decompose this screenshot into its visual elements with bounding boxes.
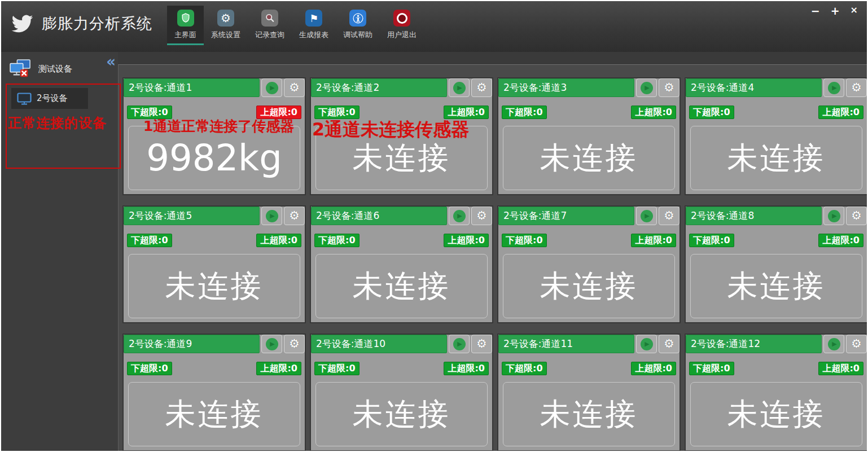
toolbar-item-main-view[interactable]: 主界面	[167, 6, 204, 45]
toolbar-label: 调试帮助	[343, 30, 372, 40]
play-icon: ▶	[453, 210, 466, 222]
channel-card-body: 下超限:0 上超限:0 未连接	[311, 97, 492, 194]
sidebar-red-annotation: 正常连接的设备	[8, 114, 107, 132]
channel-card-header: 2号设备:通道6 ▶ ⚙	[311, 207, 492, 225]
start-button[interactable]: ▶	[636, 207, 657, 225]
reading-box: 未连接	[690, 126, 862, 190]
play-icon: ▶	[641, 82, 653, 94]
gear-icon: ⚙	[664, 82, 674, 94]
channel-card-body: 下超限:0 上超限:0 未连接	[498, 225, 680, 322]
toolbar-item-debug-help[interactable]: 调试帮助	[336, 6, 380, 45]
limit-badges: 下超限:0 上超限:0	[689, 106, 863, 119]
channel-settings-button[interactable]: ⚙	[659, 335, 680, 353]
channel-title: 2号设备:通道12	[686, 335, 822, 353]
toolbar-label: 生成报表	[299, 30, 328, 40]
reading-value: 9982kg	[146, 140, 282, 176]
channel-title: 2号设备:通道1	[124, 78, 260, 97]
channel-card-body: 下超限:0 上超限:0 未连接	[498, 353, 680, 450]
channel-card: 2号设备:通道11 ▶ ⚙ 下超限:0 上超限:0 未连接	[497, 333, 681, 451]
start-button[interactable]: ▶	[449, 335, 470, 353]
channel-settings-button[interactable]: ⚙	[284, 335, 305, 353]
channel-settings-button[interactable]: ⚙	[659, 78, 680, 97]
sidebar-collapse-button[interactable]: «	[106, 53, 116, 70]
channel-settings-button[interactable]: ⚙	[471, 335, 492, 353]
play-icon: ▶	[828, 338, 840, 350]
annotation-channel2-disconnected: 2通道未连接传感器	[312, 117, 469, 142]
reading-box: 未连接	[315, 382, 488, 446]
lower-limit-badge: 下超限:0	[689, 106, 734, 119]
toolbar-item-record-query[interactable]: 记录查询	[248, 6, 292, 45]
channel-settings-button[interactable]: ⚙	[471, 207, 492, 225]
channel-card-header: 2号设备:通道12 ▶ ⚙	[686, 335, 867, 353]
start-button[interactable]: ▶	[261, 207, 282, 225]
reading-value: 未连接	[540, 399, 638, 429]
minimize-button[interactable]: −	[811, 6, 820, 16]
sidebar-item-test-devices[interactable]: 测试设备	[9, 56, 116, 81]
play-icon: ▶	[453, 338, 466, 350]
upper-limit-badge: 上超限:0	[631, 234, 676, 247]
reading-value: 未连接	[540, 143, 638, 173]
lower-limit-badge: 下超限:0	[689, 362, 734, 375]
upper-limit-badge: 上超限:0	[444, 362, 489, 375]
channel-title: 2号设备:通道4	[686, 78, 822, 97]
lower-limit-badge: 下超限:0	[502, 106, 547, 119]
channel-title: 2号设备:通道11	[498, 335, 634, 353]
toolbar-item-generate-report[interactable]: ⚑ 生成报表	[292, 6, 336, 45]
start-button[interactable]: ▶	[449, 78, 470, 97]
gear-icon: ⚙	[664, 338, 674, 350]
start-button[interactable]: ▶	[261, 78, 282, 97]
play-icon: ▶	[266, 210, 278, 222]
channel-card-header: 2号设备:通道3 ▶ ⚙	[498, 78, 680, 97]
toolbar-label: 用户退出	[387, 30, 417, 40]
start-button[interactable]: ▶	[449, 207, 470, 225]
channel-settings-button[interactable]: ⚙	[284, 207, 305, 225]
toolbar-item-system-settings[interactable]: ⚙ 系统设置	[204, 6, 248, 45]
channel-settings-button[interactable]: ⚙	[846, 207, 867, 225]
debug-person-icon	[349, 10, 366, 27]
limit-badges: 下超限:0 上超限:0	[502, 362, 676, 375]
channel-card: 2号设备:通道12 ▶ ⚙ 下超限:0 上超限:0 未连接	[685, 333, 868, 451]
channel-settings-button[interactable]: ⚙	[471, 78, 492, 97]
upper-limit-badge: 上超限:0	[256, 362, 301, 375]
start-button[interactable]: ▶	[636, 335, 657, 353]
device-tree-sidebar: 测试设备 « 2号设备 正常连接的设备	[1, 52, 118, 451]
start-button[interactable]: ▶	[636, 78, 657, 97]
channel-card-body: 下超限:0 上超限:0 未连接	[498, 97, 680, 194]
channel-settings-button[interactable]: ⚙	[284, 78, 305, 97]
limit-badges: 下超限:0 上超限:0	[689, 362, 863, 375]
channel-card: 2号设备:通道10 ▶ ⚙ 下超限:0 上超限:0 未连接	[310, 333, 493, 451]
gear-icon: ⚙	[851, 82, 862, 94]
maximize-button[interactable]: +	[831, 6, 840, 16]
gear-icon: ⚙	[476, 210, 487, 222]
channel-settings-button[interactable]: ⚙	[659, 207, 680, 225]
close-button[interactable]: ×	[851, 6, 858, 16]
channel-settings-button[interactable]: ⚙	[846, 78, 867, 97]
reading-box: 未连接	[128, 254, 300, 318]
gear-icon: ⚙	[289, 338, 300, 350]
upper-limit-badge: 上超限:0	[444, 234, 489, 247]
limit-badges: 下超限:0 上超限:0	[314, 362, 489, 375]
toolbar-item-user-exit[interactable]: 用户退出	[380, 6, 424, 45]
sidebar-item-label: 测试设备	[38, 64, 72, 74]
play-icon: ▶	[641, 210, 653, 222]
channel-card-header: 2号设备:通道4 ▶ ⚙	[686, 78, 867, 97]
start-button[interactable]: ▶	[823, 207, 844, 225]
computers-error-icon	[9, 59, 33, 79]
start-button[interactable]: ▶	[823, 78, 844, 97]
channel-card: 2号设备:通道3 ▶ ⚙ 下超限:0 上超限:0 未连接	[497, 77, 681, 195]
channel-settings-button[interactable]: ⚙	[846, 335, 867, 353]
start-button[interactable]: ▶	[261, 335, 282, 353]
limit-badges: 下超限:0 上超限:0	[127, 234, 301, 247]
gear-icon: ⚙	[851, 338, 862, 350]
start-button[interactable]: ▶	[823, 335, 844, 353]
channel-title: 2号设备:通道2	[311, 78, 447, 97]
channel-card: 2号设备:通道5 ▶ ⚙ 下超限:0 上超限:0 未连接	[122, 205, 306, 323]
channel-title: 2号设备:通道3	[498, 78, 634, 97]
sidebar-item-device-2[interactable]: 2号设备	[11, 88, 88, 109]
upper-limit-badge: 上超限:0	[818, 234, 863, 247]
upper-limit-badge: 上超限:0	[256, 234, 301, 247]
limit-badges: 下超限:0 上超限:0	[314, 234, 489, 247]
monitor-icon	[17, 93, 32, 105]
channel-card-header: 2号设备:通道2 ▶ ⚙	[311, 78, 492, 97]
channel-title: 2号设备:通道6	[311, 207, 447, 225]
